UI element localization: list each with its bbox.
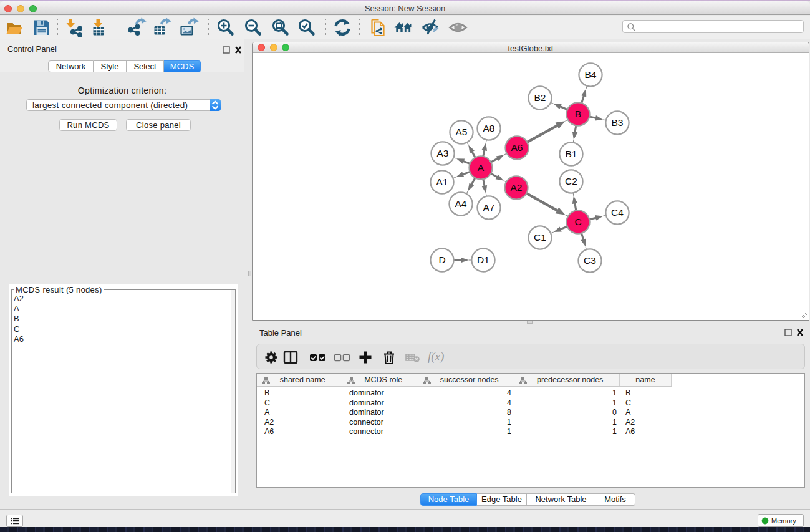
svg-text:A8: A8 — [483, 123, 495, 133]
svg-text:C4: C4 — [611, 207, 624, 218]
svg-text:B2: B2 — [534, 92, 546, 103]
svg-text:C2: C2 — [565, 176, 577, 186]
svg-text:A: A — [478, 162, 485, 173]
svg-text:C: C — [574, 216, 581, 227]
svg-text:A2: A2 — [511, 182, 523, 193]
svg-text:B4: B4 — [585, 69, 597, 80]
svg-text:A4: A4 — [455, 198, 467, 209]
svg-text:B1: B1 — [566, 148, 577, 159]
svg-text:D1: D1 — [477, 254, 489, 265]
svg-text:C3: C3 — [584, 255, 596, 266]
svg-text:A1: A1 — [436, 177, 448, 187]
svg-text:A5: A5 — [456, 127, 468, 137]
svg-text:B: B — [575, 109, 581, 119]
svg-text:A3: A3 — [437, 148, 449, 158]
svg-text:A7: A7 — [483, 202, 495, 213]
svg-text:A6: A6 — [511, 142, 523, 153]
svg-text:D: D — [438, 254, 445, 265]
svg-text:B3: B3 — [612, 117, 624, 128]
svg-text:C1: C1 — [534, 232, 546, 243]
